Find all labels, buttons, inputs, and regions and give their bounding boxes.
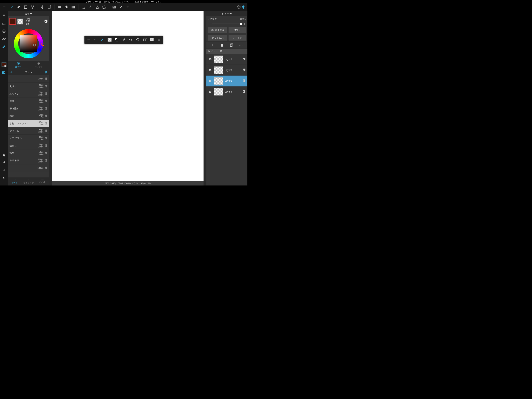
- magic-wand-icon[interactable]: [88, 5, 93, 9]
- hamburger-menu-icon[interactable]: [2, 5, 6, 9]
- minus-icon[interactable]: −: [208, 22, 210, 26]
- brush-row[interactable]: 10.0px: [8, 164, 49, 172]
- eyedropper-icon[interactable]: [1, 160, 6, 165]
- brush-row[interactable]: 指先 70px100%: [8, 149, 49, 157]
- reset-view-icon[interactable]: [143, 38, 147, 42]
- brush-gear-icon[interactable]: [44, 122, 48, 125]
- add-layer-icon[interactable]: [211, 43, 215, 47]
- layer-gear-icon[interactable]: [242, 68, 246, 72]
- ruler-icon[interactable]: [1, 36, 6, 41]
- select-rect-icon[interactable]: [81, 5, 86, 9]
- document-icon[interactable]: [1, 13, 6, 18]
- brush-row[interactable]: キラキラ 100px100%: [8, 157, 49, 164]
- layer-row[interactable]: Layer2: [206, 76, 247, 86]
- brush-gear-icon[interactable]: [44, 77, 48, 80]
- brush-gear-icon[interactable]: [44, 85, 48, 88]
- brush-gear-icon[interactable]: [44, 144, 48, 147]
- brush-tab[interactable]: ブラシ: [8, 177, 22, 186]
- divide-tool-icon[interactable]: [112, 5, 116, 9]
- brush-row[interactable]: 100%: [8, 75, 49, 83]
- dots-tool-icon[interactable]: [30, 5, 35, 9]
- layer-visibility-icon[interactable]: [208, 90, 212, 94]
- brush-row[interactable]: アクリル 50px100%: [8, 127, 49, 135]
- brush-gear-icon[interactable]: [44, 100, 48, 103]
- delete-layer-icon[interactable]: [220, 44, 224, 47]
- foreground-swatch[interactable]: [9, 18, 16, 25]
- layer-visibility-icon[interactable]: [208, 79, 212, 83]
- brush-row[interactable]: ふちペン 39px100%: [8, 90, 49, 97]
- rotate-icon[interactable]: [1, 29, 6, 34]
- pen-note-icon[interactable]: [1, 44, 6, 49]
- clipping-button[interactable]: クリッピング: [208, 35, 227, 41]
- color-wheel[interactable]: [8, 26, 49, 61]
- brush-gear-icon[interactable]: [44, 159, 48, 162]
- brush-row[interactable]: ぼかし 50px100%: [8, 142, 49, 149]
- brush-row[interactable]: 水彩（ウェット） 13.5px20%: [8, 120, 49, 127]
- layer-row[interactable]: Layer3: [206, 65, 247, 76]
- undo-icon[interactable]: [1, 176, 6, 181]
- brush-gear-icon[interactable]: [44, 107, 48, 110]
- blend-mode-button[interactable]: 通常›: [229, 27, 246, 33]
- background-swatch[interactable]: [17, 18, 23, 25]
- opacity-slider[interactable]: − +: [206, 22, 247, 26]
- select-brush-icon[interactable]: [95, 5, 99, 9]
- sliders-icon[interactable]: [1, 70, 6, 75]
- gradient-tool-icon[interactable]: [71, 5, 76, 9]
- transform-tool-icon[interactable]: [47, 5, 52, 9]
- brush-gear-icon[interactable]: [44, 152, 48, 155]
- brush-gear-icon[interactable]: [44, 137, 48, 140]
- add-brush-icon[interactable]: [10, 71, 13, 74]
- move-tool-icon[interactable]: [40, 5, 45, 9]
- brush-tool-icon[interactable]: [10, 5, 14, 9]
- duplicate-layer-icon[interactable]: [230, 43, 234, 47]
- swap-colors-icon[interactable]: [114, 38, 119, 42]
- pick-tool-icon[interactable]: [119, 5, 123, 9]
- brush-row[interactable]: 筆（墨） 50px100%: [8, 105, 49, 112]
- plus-icon[interactable]: +: [244, 22, 245, 26]
- layer-gear-icon[interactable]: [242, 58, 246, 61]
- protect-alpha-button[interactable]: 透明度を保護: [208, 27, 227, 33]
- brush-other-tab[interactable]: その他: [35, 177, 49, 186]
- bucket-tool-icon[interactable]: [64, 5, 69, 9]
- mirror-horizontal-icon[interactable]: [128, 38, 133, 42]
- text-tool-icon[interactable]: [126, 5, 130, 9]
- lock-button[interactable]: ロック: [229, 35, 246, 41]
- 3d-cube-icon[interactable]: [237, 5, 241, 9]
- hand-tool-icon[interactable]: [1, 153, 6, 158]
- select-erase-icon[interactable]: [102, 5, 106, 9]
- brush-gear-icon[interactable]: [44, 115, 48, 118]
- layer-visibility-icon[interactable]: [208, 68, 212, 72]
- brush-row[interactable]: 水彩 20px7%: [8, 112, 49, 120]
- layers-toggle-icon[interactable]: [241, 5, 246, 9]
- layer-gear-icon[interactable]: [242, 90, 246, 94]
- fill-tool-icon[interactable]: [57, 5, 62, 9]
- sort-brushes-icon[interactable]: [44, 71, 48, 74]
- layer-row[interactable]: Layer1: [206, 54, 247, 65]
- fullscreen-float-icon[interactable]: [150, 38, 154, 42]
- brush-gear-icon[interactable]: [44, 166, 48, 169]
- brush-gear-icon[interactable]: [44, 129, 48, 133]
- brush-float-icon[interactable]: [100, 38, 105, 42]
- rotate-float-icon[interactable]: [136, 38, 140, 42]
- grip-handle-icon[interactable]: [157, 38, 161, 42]
- color-tab[interactable]: カラー: [8, 61, 29, 69]
- undo-float-icon[interactable]: [86, 38, 90, 42]
- brush-settings-tab[interactable]: ブラシ設定: [22, 177, 35, 186]
- layer-list[interactable]: Layer1 Layer3 Layer2 Layer4: [206, 54, 247, 186]
- more-layer-icon[interactable]: [239, 45, 243, 46]
- shape-tool-icon[interactable]: [23, 5, 28, 9]
- color-settings-gear-icon[interactable]: [44, 19, 48, 23]
- eraser-tool-icon[interactable]: [17, 5, 21, 9]
- layer-visibility-icon[interactable]: [208, 57, 212, 61]
- palette-tab[interactable]: パレット: [28, 61, 49, 69]
- color-swatch-icon[interactable]: [1, 62, 6, 67]
- layer-gear-icon[interactable]: [242, 79, 246, 83]
- checker-float-icon[interactable]: [107, 38, 112, 42]
- layer-row[interactable]: Layer4: [206, 86, 247, 97]
- redo-icon[interactable]: [1, 168, 6, 173]
- brush-list[interactable]: 100% 丸ペン 15px100% ふちペン 39px100% 点描 50px1…: [8, 75, 49, 178]
- redo-float-icon[interactable]: [93, 38, 98, 42]
- brush-gear-icon[interactable]: [44, 92, 48, 95]
- marquee-icon[interactable]: [1, 21, 6, 26]
- brush-row[interactable]: 点描 50px100%: [8, 97, 49, 105]
